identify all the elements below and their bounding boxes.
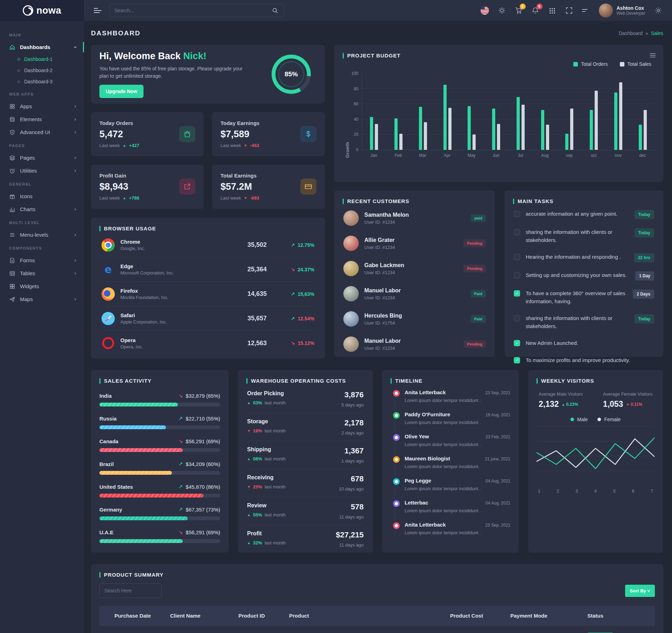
trend-up-icon: ▲ — [247, 513, 251, 517]
bar-chart-icon — [9, 206, 15, 212]
card-title: WEEKLY VISITORS — [541, 378, 594, 384]
column-header[interactable]: Purchase Date — [99, 606, 166, 626]
warehouse-row: Receiving ▼25%last month 67810 days ago — [246, 469, 364, 497]
settings-gear-icon[interactable] — [654, 7, 662, 14]
sidebar-item-utilities[interactable]: Utilities — [0, 164, 84, 177]
user-name: Ashton Cox — [617, 5, 646, 11]
logo-text: nowa — [36, 5, 61, 16]
browser-row-safari[interactable]: SafariApple Corporation, Inc. 35,657 ↗12… — [99, 306, 316, 331]
checkbox[interactable] — [514, 229, 520, 235]
task-row: accurate information at any given point.… — [513, 206, 655, 224]
checkbox-checked[interactable]: ✓ — [514, 340, 520, 346]
column-header[interactable]: Product — [285, 606, 446, 626]
sidebar-item-menu-levels[interactable]: Menu-levels — [0, 228, 84, 241]
browser-row-chrome[interactable]: ChromeGoogle, Inc. 35,502 ↗12.75% — [99, 233, 316, 257]
theme-sun-icon[interactable] — [498, 7, 506, 14]
user-menu[interactable]: Ashton Cox Web Developer — [599, 4, 646, 18]
upgrade-now-button[interactable]: Upgrade Now — [99, 85, 144, 98]
customer-row[interactable]: Manuel LaborUser ID: #1234 Pending — [343, 332, 486, 357]
card-title: RECENT CUSTOMERS — [347, 198, 409, 204]
due-badge: Today — [635, 228, 654, 237]
checkbox-checked[interactable]: ✓ — [514, 357, 520, 363]
trend-down-icon: ▼ — [244, 196, 247, 200]
customer-row[interactable]: Hercules BingUser ID: #1754 Paid — [343, 306, 486, 332]
notifications-bell-icon[interactable]: 6 — [532, 7, 539, 14]
sidebar-item-dashboard-3[interactable]: Dashboard-3 — [0, 76, 84, 87]
sidebar-item-apps[interactable]: Apps — [0, 100, 84, 113]
chevron-right-icon — [74, 208, 77, 211]
checkbox[interactable] — [514, 254, 520, 260]
browser-row-firefox[interactable]: FirefoxMozilla Foundation, Inc. 14,635 ↗… — [99, 282, 316, 306]
browser-row-edge[interactable]: e EdgeMicrosoft Corporation, Inc. 25,364… — [99, 257, 316, 282]
logo[interactable]: nowa — [0, 0, 84, 21]
apps-grid-icon[interactable] — [548, 7, 556, 14]
column-header[interactable]: Payment Mode — [506, 606, 583, 626]
sidebar-group-pages: PAGES — [0, 139, 84, 151]
status-badge: Pending — [464, 265, 486, 272]
due-badge: 22 hrs — [634, 253, 654, 262]
sidebar-item-widgets[interactable]: Widgets — [0, 280, 84, 293]
customer-row[interactable]: Allie GraterUser ID: #1234 Pending — [343, 231, 486, 256]
checkbox[interactable] — [514, 315, 520, 321]
customer-row[interactable]: Gabe LackmenUser ID: #1234 Pending — [343, 256, 486, 281]
gift-icon — [9, 193, 15, 199]
language-flag-icon[interactable] — [481, 6, 489, 15]
timeline-dot — [393, 434, 400, 441]
card-menu-icon[interactable] — [650, 53, 656, 57]
trend-down-icon: ▼ — [244, 144, 247, 147]
task-row: ✓ New Admin Launched. — [513, 335, 655, 352]
sidebar-item-elements[interactable]: Elements — [0, 113, 84, 126]
table-search-input[interactable] — [99, 583, 162, 598]
sidebar-item-dashboard-1[interactable]: Dashboard-1 — [0, 54, 84, 65]
apps-icon — [9, 103, 15, 109]
sidebar-item-pages[interactable]: Pages — [0, 151, 84, 164]
chevron-right-icon — [74, 118, 77, 121]
column-header[interactable]: Client Name — [166, 606, 234, 626]
sidebar-item-charts[interactable]: Charts — [0, 203, 84, 216]
fullscreen-icon[interactable] — [565, 7, 573, 14]
checkbox[interactable] — [514, 211, 520, 217]
filter-icon[interactable] — [582, 7, 590, 14]
chart-legend: Total Orders Total Sales — [343, 61, 651, 67]
search-input[interactable] — [114, 8, 268, 13]
alarm-clock-icon — [9, 168, 15, 174]
bar-plot — [362, 73, 655, 150]
x-axis-labels: JanFeb MarApr MayJun JulAug sepoct novde… — [362, 153, 655, 158]
trend-up-icon: ▲ — [123, 196, 126, 200]
column-header[interactable]: Product Cost — [446, 606, 506, 626]
welcome-card: Hi, Welcome Back Nick! You have used the… — [91, 45, 325, 104]
timeline-dot — [393, 412, 400, 419]
shield-icon — [9, 129, 15, 135]
sidebar-item-icons[interactable]: Icons — [0, 190, 84, 203]
progress-bar — [99, 471, 172, 475]
chevron-right-icon — [74, 298, 77, 301]
sales-activity-row: Germany ↗$67,357 (73%) — [99, 506, 220, 520]
trend-arrow-icon: ↘ — [178, 392, 183, 399]
search-icon[interactable] — [271, 7, 279, 14]
checkbox[interactable] — [514, 272, 520, 278]
checkbox-checked[interactable]: ✓ — [514, 290, 520, 297]
column-header[interactable]: Product ID — [234, 606, 285, 626]
sort-by-button[interactable]: Sort By ˅ — [625, 585, 655, 597]
task-row: Setting up and customizing your own sale… — [513, 267, 655, 285]
sidebar-item-advanced-ui[interactable]: Advanced UI — [0, 126, 84, 139]
browser-row-opera[interactable]: OperaOpera, Inc. 12,563 ↘15.12% — [99, 331, 316, 355]
sidebar-toggle-icon[interactable] — [94, 8, 102, 13]
table-row[interactable]: #01 Sean Black PRO12345 Mi LED Smart TV … — [99, 626, 655, 633]
customer-row[interactable]: Manuel LaborUser ID: #1234 Paid — [343, 281, 486, 306]
sidebar-item-dashboards[interactable]: Dashboards — [0, 41, 84, 54]
cart-icon[interactable]: 5 — [515, 7, 523, 14]
trend-up-icon: ▲ — [247, 401, 251, 405]
sidebar-item-forms[interactable]: Forms — [0, 254, 84, 267]
sidebar-item-tables[interactable]: Tables — [0, 267, 84, 280]
sidebar-item-maps[interactable]: Maps — [0, 293, 84, 306]
breadcrumb-root[interactable]: Dashboard — [619, 30, 643, 36]
avatar — [343, 286, 359, 301]
widgets-icon — [9, 283, 15, 289]
trend-up-icon: ▲ — [123, 144, 126, 147]
column-header[interactable]: Status — [583, 606, 655, 626]
sidebar-item-dashboard-2[interactable]: Dashboard-2 — [0, 65, 84, 76]
customer-row[interactable]: Samantha MelonUser ID: #1234 paid — [343, 206, 486, 231]
global-search[interactable] — [109, 4, 284, 17]
user-avatar — [599, 4, 613, 18]
